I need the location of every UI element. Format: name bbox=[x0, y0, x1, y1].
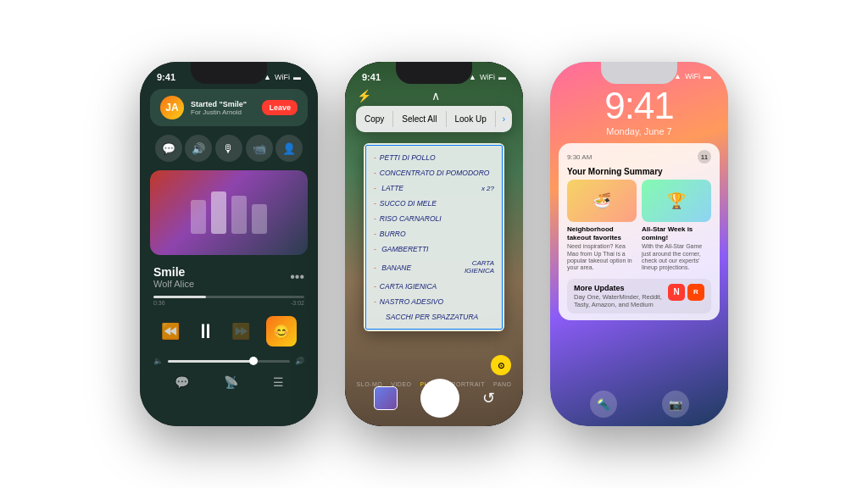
mini-thumbnail: 😊 bbox=[266, 316, 297, 347]
shareplay-subtitle: For Justin Arnold bbox=[191, 108, 247, 116]
mic-button[interactable]: 🎙 bbox=[215, 135, 242, 162]
article-1[interactable]: 🍜 Neighborhood takeout favorites Need in… bbox=[567, 180, 637, 272]
song-info: Smile Wolf Alice ••• bbox=[140, 258, 318, 292]
volume-fill bbox=[168, 360, 253, 363]
phone2-screen: 9:41 ▲▲▲ WiFi ▬ ⚡ ∧ Copy Select All bbox=[345, 62, 523, 426]
rewind-button[interactable]: ⏪ bbox=[161, 322, 180, 341]
song-title: Smile bbox=[153, 265, 194, 279]
article-1-desc: Need inspiration? Kea Mao from Up Thai i… bbox=[567, 243, 637, 272]
flashlight-button[interactable]: 🔦 bbox=[590, 391, 617, 418]
last-photo-thumbnail[interactable] bbox=[374, 386, 398, 410]
song-text: Smile Wolf Alice bbox=[153, 265, 194, 289]
flash-icon[interactable]: ⚡ bbox=[357, 89, 371, 103]
news-icon: N bbox=[668, 284, 685, 301]
phone-1: 9:41 ▲▲▲ WiFi ▬ JA Started "Smile" For J… bbox=[140, 62, 318, 426]
phone1-controls-row: 💬 🔊 🎙 📹 👤 bbox=[140, 130, 318, 167]
more-updates[interactable]: More Updates Day One, WaterMinder, Reddi… bbox=[567, 279, 711, 313]
phone2-time: 9:41 bbox=[362, 72, 381, 82]
playback-controls: ⏪ ⏸ ⏩ 😊 bbox=[140, 309, 318, 353]
progress-times: 0:36 -3:02 bbox=[153, 300, 304, 306]
article-2-desc: With the All-Star Game just around the c… bbox=[642, 243, 711, 272]
chat-icon[interactable]: 💬 bbox=[175, 375, 189, 389]
camera-icon: 📷 bbox=[669, 398, 682, 411]
sport-image: 🏆 bbox=[642, 180, 711, 222]
more-button[interactable]: ••• bbox=[290, 269, 304, 285]
p2-battery-icon: ▬ bbox=[498, 73, 506, 81]
volume-thumb bbox=[249, 357, 258, 365]
article-2[interactable]: 🏆 All-Star Week is coming! With the All-… bbox=[642, 180, 711, 272]
phone2-notch bbox=[396, 62, 472, 84]
notification-time: 9:30 AM bbox=[567, 153, 592, 161]
shareplay-banner[interactable]: JA Started "Smile" For Justin Arnold Lea… bbox=[150, 89, 308, 126]
article-2-image: 🏆 bbox=[642, 180, 711, 222]
flip-camera-button[interactable]: ↺ bbox=[482, 389, 495, 408]
text-recognition-overlay bbox=[365, 145, 503, 330]
article-2-title: All-Star Week is coming! bbox=[642, 225, 711, 241]
figure-1 bbox=[191, 200, 206, 234]
volume-low-icon: 🔈 bbox=[153, 357, 163, 365]
look-up-menu-item[interactable]: Look Up bbox=[446, 111, 495, 127]
more-updates-text: More Updates Day One, WaterMinder, Reddi… bbox=[574, 284, 663, 308]
person-button[interactable]: 👤 bbox=[275, 135, 303, 162]
airplay-icon[interactable]: 📡 bbox=[224, 375, 238, 389]
leave-button[interactable]: Leave bbox=[262, 100, 298, 115]
live-text-icon[interactable]: ⊙ bbox=[491, 355, 511, 375]
volume-bar[interactable] bbox=[168, 360, 290, 363]
volume-slider[interactable]: 🔈 🔊 bbox=[140, 353, 318, 369]
shareplay-text: Started "Smile" For Justin Arnold bbox=[191, 100, 247, 116]
select-all-menu-item[interactable]: Select All bbox=[393, 111, 446, 127]
shutter-button[interactable] bbox=[420, 379, 459, 418]
article-1-image: 🍜 bbox=[567, 180, 637, 222]
camera-button[interactable]: 📷 bbox=[662, 391, 689, 418]
phone-3: ▲▲▲ WiFi ▬ 9:41 Monday, June 7 9:30 AM 1… bbox=[550, 62, 728, 426]
context-menu: Copy Select All Look Up › bbox=[356, 106, 512, 132]
lock-screen-date: Monday, June 7 bbox=[550, 126, 728, 136]
figure-4 bbox=[252, 204, 267, 234]
progress-bar-container[interactable]: 0:36 -3:02 bbox=[140, 292, 318, 309]
more-title: More Updates bbox=[574, 284, 663, 292]
battery-icon: ▬ bbox=[293, 73, 301, 81]
notification-badge: 11 bbox=[698, 150, 711, 164]
notification-articles: 🍜 Neighborhood takeout favorites Need in… bbox=[559, 180, 720, 279]
p3-battery-icon: ▬ bbox=[704, 72, 711, 80]
album-art-figures bbox=[191, 191, 267, 234]
article-1-title: Neighborhood takeout favorites bbox=[567, 225, 637, 241]
camera-top-controls: ⚡ ∧ bbox=[345, 86, 523, 106]
copy-menu-item[interactable]: Copy bbox=[356, 111, 393, 127]
pause-button[interactable]: ⏸ bbox=[196, 319, 216, 343]
notification-title: Your Morning Summary bbox=[559, 167, 720, 180]
lock-screen-time: 9:41 bbox=[550, 87, 728, 125]
figure-2 bbox=[211, 191, 226, 234]
forward-button[interactable]: ⏩ bbox=[231, 322, 250, 341]
phone3-notch bbox=[601, 62, 677, 84]
handwritten-note: - PETTI DI POLLO - CONCENTRATO DI POMODO… bbox=[364, 143, 504, 331]
song-artist: Wolf Alice bbox=[153, 279, 194, 289]
scene: 9:41 ▲▲▲ WiFi ▬ JA Started "Smile" For J… bbox=[0, 0, 868, 488]
live-text-popup: Copy Select All Look Up › - PETTI DI POL… bbox=[364, 130, 504, 331]
time-remaining: -3:02 bbox=[291, 300, 304, 306]
video-button[interactable]: 📹 bbox=[246, 135, 273, 162]
menu-arrow-icon[interactable]: › bbox=[496, 111, 512, 127]
more-app-icons: N R bbox=[668, 284, 704, 301]
volume-high-icon: 🔊 bbox=[295, 357, 304, 365]
notification-header: 9:30 AM 11 bbox=[559, 143, 720, 167]
volume-button[interactable]: 🔊 bbox=[185, 135, 212, 162]
p3-wifi-icon: WiFi bbox=[685, 72, 700, 80]
shareplay-title: Started "Smile" bbox=[191, 100, 247, 108]
figure-3 bbox=[231, 196, 247, 234]
phone1-screen: 9:41 ▲▲▲ WiFi ▬ JA Started "Smile" For J… bbox=[140, 62, 318, 426]
more-desc: Day One, WaterMinder, Reddit, Tasty, Ama… bbox=[574, 293, 663, 308]
flashlight-icon: 🔦 bbox=[597, 398, 610, 411]
phone1-time: 9:41 bbox=[157, 72, 175, 82]
chevron-up-icon[interactable]: ∧ bbox=[431, 89, 440, 103]
lock-screen-bottom-controls: 🔦 📷 bbox=[550, 391, 728, 418]
notification-card[interactable]: 9:30 AM 11 Your Morning Summary 🍜 Neighb… bbox=[559, 143, 720, 320]
message-button[interactable]: 💬 bbox=[155, 135, 182, 162]
list-icon[interactable]: ☰ bbox=[273, 375, 284, 389]
live-text-symbol: ⊙ bbox=[498, 361, 504, 370]
reddit-icon: R bbox=[687, 284, 704, 301]
more-updates-row: More Updates Day One, WaterMinder, Reddi… bbox=[574, 284, 704, 308]
progress-bar[interactable] bbox=[153, 296, 304, 298]
phone-2: 9:41 ▲▲▲ WiFi ▬ ⚡ ∧ Copy Select All bbox=[345, 62, 523, 426]
album-art bbox=[150, 170, 308, 255]
